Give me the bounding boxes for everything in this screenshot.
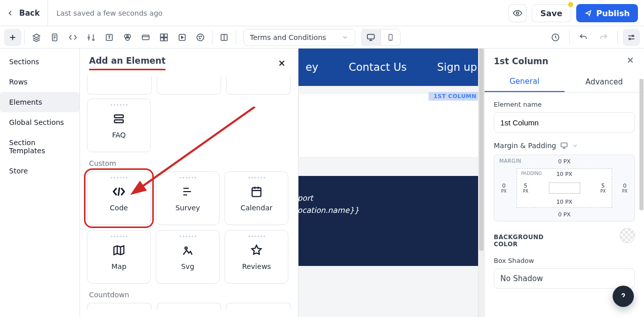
sidebar-item-sections[interactable]: Sections xyxy=(0,52,79,72)
element-card-partial[interactable] xyxy=(226,303,291,310)
nav-link[interactable]: Sign up xyxy=(437,61,477,73)
separator xyxy=(569,30,570,44)
calendar-icon xyxy=(250,185,263,198)
desktop-device-button[interactable] xyxy=(362,29,381,46)
padding-right-value[interactable]: 5PX xyxy=(596,183,610,194)
code-tool-button[interactable] xyxy=(64,29,81,46)
box-model-editor[interactable]: MARGIN 0 PX 0 PX 0PX 0PX PADDING 10 PX 1… xyxy=(494,155,635,221)
grid-button[interactable] xyxy=(155,29,173,46)
svg-rect-19 xyxy=(114,115,123,117)
box-shadow-value: No Shadow xyxy=(500,274,543,283)
element-card-label: Survey xyxy=(176,204,200,212)
text-icon xyxy=(105,33,114,42)
element-card-calendar[interactable]: Calendar xyxy=(225,171,288,225)
margin-left-value[interactable]: 0PX xyxy=(497,183,510,194)
panel-title: Add an Element xyxy=(89,56,165,70)
tab-advanced[interactable]: Advanced xyxy=(565,72,645,92)
history-icon xyxy=(551,33,560,42)
canvas-scrollbar[interactable] xyxy=(478,49,484,317)
drag-handle-icon xyxy=(180,236,196,237)
add-element-button[interactable] xyxy=(4,29,21,46)
bg-color-swatch[interactable] xyxy=(620,228,635,243)
mobile-device-button[interactable] xyxy=(381,29,400,46)
help-fab[interactable] xyxy=(613,286,634,307)
left-sidebar: Sections Rows Elements Global Sections S… xyxy=(0,49,80,317)
separator xyxy=(617,30,618,44)
sidebar-item-store[interactable]: Store xyxy=(0,161,79,181)
element-card-svg[interactable]: Svg xyxy=(156,230,220,284)
color-button[interactable] xyxy=(119,29,136,46)
tab-general[interactable]: General xyxy=(485,72,565,92)
box-shadow-select[interactable]: No Shadow xyxy=(494,268,635,289)
margin-bottom-value[interactable]: 0 PX xyxy=(494,211,634,218)
padding-top-value[interactable]: 10 PX xyxy=(517,171,612,177)
element-card-map[interactable]: Map xyxy=(87,230,151,284)
page-selector-label: Terms and Conditions xyxy=(250,33,326,41)
grid-icon xyxy=(159,33,168,42)
hero-text-line: port xyxy=(298,192,484,204)
hero-section[interactable]: port ocation.name}} xyxy=(298,176,484,266)
history-button[interactable] xyxy=(547,29,564,46)
page-selector[interactable]: Terms and Conditions xyxy=(243,29,355,46)
panel-body: FAQ Custom Code Survey Calen xyxy=(80,74,298,317)
selected-column[interactable]: 1ST COLUMN xyxy=(298,93,484,158)
svg-rect-8 xyxy=(164,34,167,37)
split-view-button[interactable] xyxy=(216,29,233,46)
popup-button[interactable] xyxy=(82,29,100,46)
separator xyxy=(24,30,25,44)
form-button[interactable] xyxy=(46,29,63,46)
publish-button-label: Publish xyxy=(596,9,630,18)
padding-bottom-value[interactable]: 10 PX xyxy=(517,199,612,205)
margin-right-value[interactable]: 0PX xyxy=(618,183,631,194)
save-button[interactable]: Save xyxy=(532,4,571,22)
canvas[interactable]: ey Contact Us Sign up 1ST COLUMN port oc… xyxy=(298,49,484,317)
element-card-partial[interactable] xyxy=(157,303,222,310)
sidebar-item-label: Store xyxy=(9,167,28,175)
cookie-button[interactable] xyxy=(192,29,209,46)
back-button[interactable]: Back xyxy=(6,0,48,26)
margin-padding-label: Margin & Padding xyxy=(494,142,556,150)
scrollbar-thumb[interactable] xyxy=(479,49,484,251)
layers-button[interactable] xyxy=(28,29,45,46)
close-inspector-button[interactable] xyxy=(626,56,635,67)
sidebar-item-elements[interactable]: Elements xyxy=(0,92,79,112)
card-button[interactable] xyxy=(137,29,154,46)
margin-top-value[interactable]: 0 PX xyxy=(494,158,634,165)
toolbar: Terms and Conditions xyxy=(0,26,644,49)
element-card-partial[interactable] xyxy=(87,303,152,310)
element-card-label: Code xyxy=(110,204,128,212)
media-button[interactable] xyxy=(174,29,191,46)
nav-link[interactable]: Contact Us xyxy=(349,61,407,73)
svg-point-0 xyxy=(517,12,519,15)
undo-button[interactable] xyxy=(575,29,592,46)
toolbar-right xyxy=(547,29,640,46)
nav-link[interactable]: ey xyxy=(306,61,318,73)
topbar: Back Last saved a few seconds ago Save P… xyxy=(0,0,644,26)
play-box-icon xyxy=(178,33,187,42)
settings-button[interactable] xyxy=(623,29,640,46)
scrollbar-thumb[interactable] xyxy=(639,79,643,210)
padding-left-value[interactable]: 5PX xyxy=(519,183,532,194)
element-name-input[interactable] xyxy=(494,112,635,132)
inspector-scrollbar[interactable] xyxy=(639,49,644,317)
mobile-icon xyxy=(387,33,395,41)
element-card-survey[interactable]: Survey xyxy=(156,171,220,225)
map-icon xyxy=(112,244,125,257)
redo-button[interactable] xyxy=(595,29,612,46)
cookie-icon xyxy=(196,33,205,42)
preview-button[interactable] xyxy=(508,4,527,22)
sidebar-item-rows[interactable]: Rows xyxy=(0,72,79,92)
publish-button[interactable]: Publish xyxy=(576,4,638,22)
sidebar-item-section-templates[interactable]: Section Templates xyxy=(0,132,79,161)
element-card-faq[interactable]: FAQ xyxy=(87,99,151,152)
content-area xyxy=(549,183,580,194)
element-card-partial[interactable] xyxy=(157,76,222,95)
element-card-code[interactable]: Code xyxy=(87,171,151,225)
element-card-partial[interactable] xyxy=(226,76,291,95)
text-button[interactable] xyxy=(101,29,118,46)
sidebar-item-global-sections[interactable]: Global Sections xyxy=(0,112,79,132)
close-panel-button[interactable] xyxy=(275,56,289,70)
field-label-element-name: Element name xyxy=(494,101,635,108)
element-card-reviews[interactable]: Reviews xyxy=(225,230,288,284)
element-card-partial[interactable] xyxy=(87,76,152,95)
